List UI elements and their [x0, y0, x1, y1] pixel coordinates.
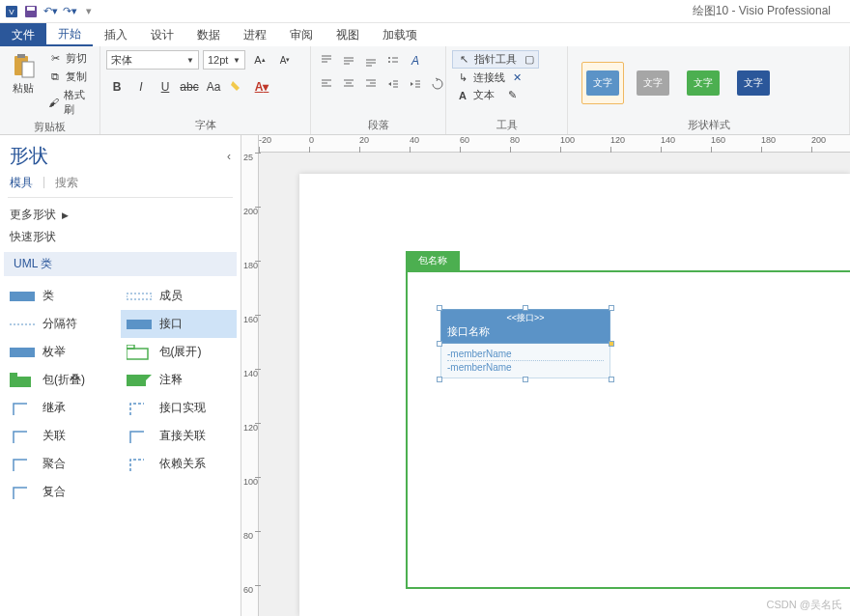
style-item-1[interactable]: 文字 [632, 62, 674, 104]
pointer-tool-button[interactable]: ↖指针工具▢ [452, 50, 539, 69]
tab-addins[interactable]: 加载项 [371, 23, 429, 46]
qat-customize-icon[interactable]: ▾ [81, 4, 97, 19]
connector-tool-button[interactable]: ↳连接线✕ [452, 70, 525, 86]
stencil-label: 成员 [159, 288, 183, 304]
search-tab[interactable]: 搜索 [55, 175, 78, 191]
title-bar: V ↶▾ ↷▾ ▾ 绘图10 - Visio Professional [0, 0, 850, 23]
tab-insert[interactable]: 插入 [93, 23, 139, 46]
stencil-section-header[interactable]: UML 类 [4, 252, 237, 276]
collapse-panel-button[interactable]: ‹ [227, 150, 231, 163]
svg-rect-42 [10, 373, 17, 377]
package-shape[interactable]: 包名称 [406, 251, 850, 589]
stencil-dependency[interactable]: 依赖关系 [121, 450, 238, 478]
font-family-select[interactable]: 宋体▼ [106, 50, 199, 70]
stencil-note[interactable]: 注释 [121, 366, 238, 394]
font-color-button[interactable]: A▾ [251, 77, 272, 97]
format-painter-button[interactable]: 🖌格式刷 [44, 87, 94, 118]
tab-view[interactable]: 视图 [325, 23, 371, 46]
stencil-composition[interactable]: 复合 [4, 478, 121, 506]
align-bottom-button[interactable] [361, 52, 381, 70]
bullets-button[interactable] [383, 52, 403, 70]
stencil-separator[interactable]: 分隔符 [4, 310, 121, 338]
more-shapes-link[interactable]: 更多形状▶ [0, 204, 241, 226]
stencil-inheritance[interactable]: 继承 [4, 394, 121, 422]
interface-member-row[interactable]: -memberName [447, 361, 604, 374]
tab-data[interactable]: 数据 [185, 23, 232, 46]
bold-button[interactable]: B [106, 77, 128, 97]
stencil-package-closed[interactable]: 包(折叠) [4, 366, 121, 394]
stencil-aggregation[interactable]: 聚合 [4, 450, 121, 478]
indent-decrease-button[interactable] [383, 75, 403, 93]
svg-rect-36 [127, 294, 152, 299]
text-icon: A [456, 89, 469, 102]
selection-handle[interactable] [437, 341, 442, 347]
interface-name[interactable]: 接口名称 [447, 324, 604, 339]
strikethrough-button[interactable]: abc [179, 77, 200, 97]
change-case-button[interactable]: Aa [203, 77, 224, 97]
stencil-member[interactable]: 成员 [121, 282, 238, 310]
package-tab-label[interactable]: 包名称 [406, 251, 460, 270]
tab-design[interactable]: 设计 [139, 23, 185, 46]
enum-icon [10, 345, 37, 360]
stencil-interface-real[interactable]: 接口实现 [121, 394, 238, 422]
grow-font-button[interactable]: A▴ [249, 50, 270, 70]
selection-handle[interactable] [523, 305, 528, 311]
interface-header[interactable]: <<接口>> 接口名称 [440, 309, 610, 344]
underline-button[interactable]: U [155, 77, 176, 97]
align-middle-button[interactable] [339, 52, 358, 70]
selection-handle[interactable] [609, 377, 614, 382]
rotate-text-button[interactable] [428, 75, 447, 93]
interface-member-row[interactable]: -memberName [447, 348, 604, 361]
tab-file[interactable]: 文件 [0, 23, 46, 46]
paste-button[interactable]: 粘贴 [6, 50, 41, 98]
tab-home[interactable]: 开始 [46, 23, 93, 46]
shapes-panel: 形状 ‹ 模具 | 搜索 更多形状▶ 快速形状 UML 类 类 成员 分隔符 接… [0, 135, 241, 616]
align-right-button[interactable] [361, 75, 381, 93]
cut-button[interactable]: ✂剪切 [44, 50, 94, 67]
drawing-page[interactable]: 包名称 <<接口>> 接口名称 -memberName -memberName [299, 174, 850, 616]
indent-increase-button[interactable] [406, 75, 425, 93]
style-item-2[interactable]: 文字 [682, 62, 724, 104]
selection-handle[interactable] [609, 305, 614, 311]
style-item-0[interactable]: 文字 [581, 62, 624, 104]
interface-shape[interactable]: <<接口>> 接口名称 -memberName -memberName [440, 309, 610, 378]
selection-handle[interactable] [609, 341, 614, 347]
selection-handle[interactable] [437, 305, 442, 311]
font-color-letter: A [255, 80, 264, 94]
align-center-button[interactable] [339, 75, 358, 93]
style-swatch-1: 文字 [637, 70, 669, 96]
font-size-select[interactable]: 12pt▼ [203, 50, 245, 70]
save-icon[interactable] [23, 4, 39, 19]
text-block-button[interactable]: A [406, 52, 425, 70]
style-item-3[interactable]: 文字 [732, 62, 775, 104]
highlight-button[interactable] [227, 77, 248, 97]
composition-icon [10, 485, 37, 500]
selection-handle[interactable] [437, 377, 442, 382]
selection-handle[interactable] [523, 377, 528, 382]
separator-icon [10, 317, 37, 332]
stencil-direct-assoc[interactable]: 直接关联 [121, 422, 238, 450]
stencil-interface[interactable]: 接口 [121, 310, 238, 338]
quick-shapes-link[interactable]: 快速形状 [0, 226, 241, 248]
stencil-class[interactable]: 类 [4, 282, 121, 310]
stencil-association[interactable]: 关联 [4, 422, 121, 450]
text-tool-button[interactable]: A文本✎ [452, 87, 521, 103]
italic-button[interactable]: I [130, 77, 152, 97]
canvas-area[interactable]: 252001801601401201008060 -20020406080100… [241, 135, 850, 616]
stencil-package-open[interactable]: 包(展开) [121, 338, 238, 366]
svg-rect-6 [22, 62, 34, 77]
align-top-button[interactable] [317, 52, 336, 70]
align-left-button[interactable] [317, 75, 336, 93]
stencils-tab[interactable]: 模具 [10, 175, 33, 191]
window-title: 绘图10 - Visio Professional [97, 3, 846, 19]
redo-icon[interactable]: ↷▾ [62, 4, 77, 19]
style-swatch-label: 文字 [744, 76, 763, 90]
stencil-enum[interactable]: 枚举 [4, 338, 121, 366]
shrink-font-button[interactable]: A▾ [274, 50, 296, 70]
tab-process[interactable]: 进程 [232, 23, 278, 46]
svg-rect-41 [127, 349, 148, 359]
interface-members[interactable]: -memberName -memberName [440, 344, 610, 378]
copy-button[interactable]: ⧉复制 [44, 69, 94, 85]
undo-icon[interactable]: ↶▾ [42, 4, 58, 19]
tab-review[interactable]: 审阅 [278, 23, 325, 46]
